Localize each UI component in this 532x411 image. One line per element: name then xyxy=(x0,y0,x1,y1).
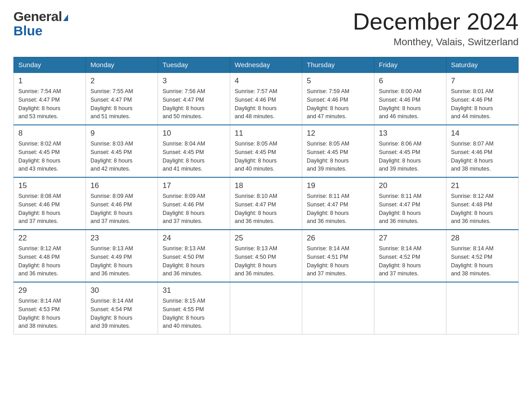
day-header-friday: Friday xyxy=(374,57,446,73)
day-info: Sunrise: 8:12 AMSunset: 4:48 PMDaylight:… xyxy=(18,245,61,277)
day-info: Sunrise: 8:15 AMSunset: 4:55 PMDaylight:… xyxy=(163,298,205,329)
day-info: Sunrise: 8:07 AMSunset: 4:46 PMDaylight:… xyxy=(451,141,493,172)
day-info: Sunrise: 8:02 AMSunset: 4:45 PMDaylight:… xyxy=(18,141,61,172)
day-number: 10 xyxy=(163,129,225,138)
day-number: 28 xyxy=(451,234,514,243)
day-info: Sunrise: 8:06 AMSunset: 4:45 PMDaylight:… xyxy=(379,141,421,172)
month-title: December 2024 xyxy=(353,9,519,34)
calendar-day-11: 11 Sunrise: 8:05 AMSunset: 4:45 PMDaylig… xyxy=(230,125,302,177)
calendar-day-2: 2 Sunrise: 7:55 AMSunset: 4:47 PMDayligh… xyxy=(86,73,158,125)
day-number: 8 xyxy=(18,129,81,138)
calendar-week-2: 8 Sunrise: 8:02 AMSunset: 4:45 PMDayligh… xyxy=(14,125,519,177)
calendar-day-20: 20 Sunrise: 8:11 AMSunset: 4:47 PMDaylig… xyxy=(374,177,446,230)
day-number: 21 xyxy=(451,181,514,190)
calendar-table: SundayMondayTuesdayWednesdayThursdayFrid… xyxy=(13,57,519,334)
day-info: Sunrise: 8:14 AMSunset: 4:54 PMDaylight:… xyxy=(90,298,133,329)
calendar-day-12: 12 Sunrise: 8:05 AMSunset: 4:45 PMDaylig… xyxy=(302,125,374,177)
day-number: 4 xyxy=(235,77,297,86)
day-info: Sunrise: 8:10 AMSunset: 4:47 PMDaylight:… xyxy=(235,193,277,224)
day-info: Sunrise: 7:54 AMSunset: 4:47 PMDaylight:… xyxy=(18,88,61,120)
calendar-day-31: 31 Sunrise: 8:15 AMSunset: 4:55 PMDaylig… xyxy=(158,282,230,334)
empty-cell xyxy=(230,282,302,334)
day-number: 6 xyxy=(379,77,442,86)
day-info: Sunrise: 8:05 AMSunset: 4:45 PMDaylight:… xyxy=(235,141,277,172)
page-header: General Blue December 2024 Monthey, Vala… xyxy=(13,9,519,48)
day-number: 23 xyxy=(90,234,153,243)
day-header-monday: Monday xyxy=(86,57,158,73)
day-header-wednesday: Wednesday xyxy=(230,57,302,73)
day-info: Sunrise: 7:57 AMSunset: 4:46 PMDaylight:… xyxy=(235,88,277,120)
day-info: Sunrise: 8:14 AMSunset: 4:51 PMDaylight:… xyxy=(307,245,349,277)
day-number: 20 xyxy=(379,181,442,190)
day-number: 24 xyxy=(163,234,225,243)
day-number: 14 xyxy=(451,129,514,138)
day-info: Sunrise: 8:14 AMSunset: 4:53 PMDaylight:… xyxy=(18,298,61,329)
day-info: Sunrise: 8:01 AMSunset: 4:46 PMDaylight:… xyxy=(451,88,493,120)
calendar-day-10: 10 Sunrise: 8:04 AMSunset: 4:45 PMDaylig… xyxy=(158,125,230,177)
day-info: Sunrise: 8:11 AMSunset: 4:47 PMDaylight:… xyxy=(307,193,349,224)
calendar-day-1: 1 Sunrise: 7:54 AMSunset: 4:47 PMDayligh… xyxy=(14,73,86,125)
day-number: 17 xyxy=(163,181,225,190)
calendar-day-19: 19 Sunrise: 8:11 AMSunset: 4:47 PMDaylig… xyxy=(302,177,374,230)
day-info: Sunrise: 8:09 AMSunset: 4:46 PMDaylight:… xyxy=(90,193,133,224)
day-number: 19 xyxy=(307,181,369,190)
day-number: 27 xyxy=(379,234,442,243)
day-info: Sunrise: 8:03 AMSunset: 4:45 PMDaylight:… xyxy=(90,141,133,172)
calendar-week-5: 29 Sunrise: 8:14 AMSunset: 4:53 PMDaylig… xyxy=(14,282,519,334)
calendar-day-7: 7 Sunrise: 8:01 AMSunset: 4:46 PMDayligh… xyxy=(446,73,519,125)
day-number: 2 xyxy=(90,77,153,86)
calendar-day-4: 4 Sunrise: 7:57 AMSunset: 4:46 PMDayligh… xyxy=(230,73,302,125)
calendar-day-9: 9 Sunrise: 8:03 AMSunset: 4:45 PMDayligh… xyxy=(86,125,158,177)
logo-triangle-icon xyxy=(63,14,68,21)
day-info: Sunrise: 8:09 AMSunset: 4:46 PMDaylight:… xyxy=(163,193,205,224)
day-info: Sunrise: 8:14 AMSunset: 4:52 PMDaylight:… xyxy=(451,245,493,277)
day-info: Sunrise: 7:56 AMSunset: 4:47 PMDaylight:… xyxy=(163,88,205,120)
day-number: 26 xyxy=(307,234,369,243)
day-info: Sunrise: 8:14 AMSunset: 4:52 PMDaylight:… xyxy=(379,245,421,277)
calendar-day-17: 17 Sunrise: 8:09 AMSunset: 4:46 PMDaylig… xyxy=(158,177,230,230)
day-info: Sunrise: 8:13 AMSunset: 4:50 PMDaylight:… xyxy=(235,245,277,277)
day-number: 29 xyxy=(18,286,81,295)
calendar-day-28: 28 Sunrise: 8:14 AMSunset: 4:52 PMDaylig… xyxy=(446,230,519,282)
empty-cell xyxy=(302,282,374,334)
calendar-day-18: 18 Sunrise: 8:10 AMSunset: 4:47 PMDaylig… xyxy=(230,177,302,230)
title-block: December 2024 Monthey, Valais, Switzerla… xyxy=(353,9,519,48)
day-info: Sunrise: 8:05 AMSunset: 4:45 PMDaylight:… xyxy=(307,141,349,172)
calendar-day-3: 3 Sunrise: 7:56 AMSunset: 4:47 PMDayligh… xyxy=(158,73,230,125)
day-number: 18 xyxy=(235,181,297,190)
day-number: 15 xyxy=(18,181,81,190)
calendar-day-13: 13 Sunrise: 8:06 AMSunset: 4:45 PMDaylig… xyxy=(374,125,446,177)
calendar-day-25: 25 Sunrise: 8:13 AMSunset: 4:50 PMDaylig… xyxy=(230,230,302,282)
day-info: Sunrise: 8:12 AMSunset: 4:48 PMDaylight:… xyxy=(451,193,493,224)
calendar-day-8: 8 Sunrise: 8:02 AMSunset: 4:45 PMDayligh… xyxy=(14,125,86,177)
calendar-week-4: 22 Sunrise: 8:12 AMSunset: 4:48 PMDaylig… xyxy=(14,230,519,282)
day-number: 25 xyxy=(235,234,297,243)
day-number: 5 xyxy=(307,77,369,86)
location-title: Monthey, Valais, Switzerland xyxy=(353,36,519,48)
day-number: 13 xyxy=(379,129,442,138)
day-number: 12 xyxy=(307,129,369,138)
day-header-thursday: Thursday xyxy=(302,57,374,73)
day-number: 9 xyxy=(90,129,153,138)
day-header-saturday: Saturday xyxy=(446,57,519,73)
day-number: 11 xyxy=(235,129,297,138)
days-of-week-row: SundayMondayTuesdayWednesdayThursdayFrid… xyxy=(14,57,519,73)
calendar-day-16: 16 Sunrise: 8:09 AMSunset: 4:46 PMDaylig… xyxy=(86,177,158,230)
day-info: Sunrise: 8:13 AMSunset: 4:50 PMDaylight:… xyxy=(163,245,205,277)
calendar-week-3: 15 Sunrise: 8:08 AMSunset: 4:46 PMDaylig… xyxy=(14,177,519,230)
calendar-day-24: 24 Sunrise: 8:13 AMSunset: 4:50 PMDaylig… xyxy=(158,230,230,282)
day-info: Sunrise: 8:08 AMSunset: 4:46 PMDaylight:… xyxy=(18,193,61,224)
logo: General Blue xyxy=(13,9,68,39)
empty-cell xyxy=(446,282,519,334)
calendar-day-15: 15 Sunrise: 8:08 AMSunset: 4:46 PMDaylig… xyxy=(14,177,86,230)
calendar-week-1: 1 Sunrise: 7:54 AMSunset: 4:47 PMDayligh… xyxy=(14,73,519,125)
calendar-day-14: 14 Sunrise: 8:07 AMSunset: 4:46 PMDaylig… xyxy=(446,125,519,177)
calendar-day-29: 29 Sunrise: 8:14 AMSunset: 4:53 PMDaylig… xyxy=(14,282,86,334)
calendar-day-30: 30 Sunrise: 8:14 AMSunset: 4:54 PMDaylig… xyxy=(86,282,158,334)
day-header-tuesday: Tuesday xyxy=(158,57,230,73)
day-info: Sunrise: 8:11 AMSunset: 4:47 PMDaylight:… xyxy=(379,193,421,224)
day-number: 31 xyxy=(163,286,225,295)
day-number: 22 xyxy=(18,234,81,243)
day-number: 16 xyxy=(90,181,153,190)
calendar-day-6: 6 Sunrise: 8:00 AMSunset: 4:46 PMDayligh… xyxy=(374,73,446,125)
